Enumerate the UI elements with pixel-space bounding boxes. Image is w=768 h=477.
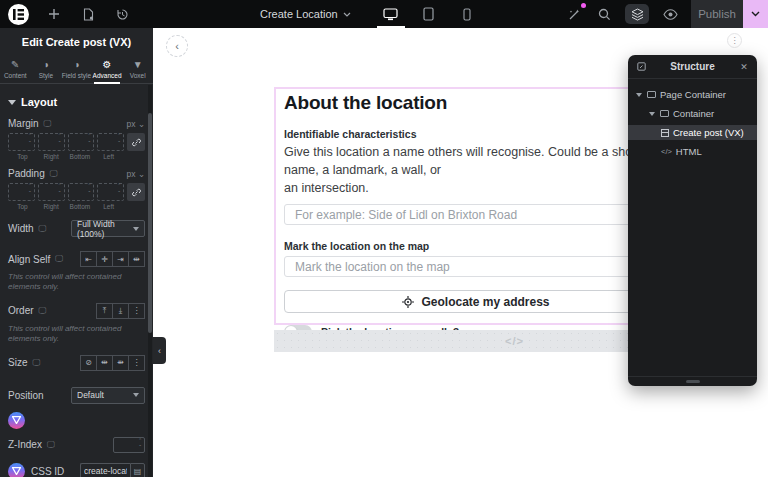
tab-style[interactable]: ◑ Style	[31, 54, 62, 83]
identifiable-characteristics-input[interactable]	[284, 204, 668, 225]
tree-item-create-post[interactable]: Create post (VX)	[628, 125, 757, 140]
contrast-icon: ◑	[43, 59, 49, 70]
z-index-input[interactable]	[113, 437, 145, 453]
preview-button[interactable]	[661, 5, 679, 23]
layout-section-header[interactable]: Layout	[0, 84, 153, 116]
tab-voxel[interactable]: ▼ Voxel	[122, 54, 153, 83]
margin-left-input[interactable]	[97, 133, 124, 151]
field1-label: Identifiable characteristics	[284, 128, 416, 140]
ai-wand-icon	[568, 8, 581, 21]
responsive-device-switcher	[379, 0, 479, 28]
size-custom-button[interactable]: ⋮	[128, 355, 145, 371]
geolocate-button[interactable]: Geolocate my address	[284, 290, 668, 313]
padding-left-input[interactable]	[97, 183, 124, 201]
chain-link-icon	[132, 138, 141, 147]
responsive-monitor-icon[interactable]: 🖵	[32, 358, 40, 368]
size-grow-button[interactable]: ⇹	[96, 355, 113, 371]
align-end-button[interactable]: ⇥	[112, 251, 129, 267]
add-new-icon[interactable]	[45, 5, 63, 23]
back-button[interactable]: ‹	[166, 35, 188, 57]
width-select[interactable]: Full Width (100%)	[71, 220, 145, 237]
margin-inputs	[0, 133, 153, 151]
page-settings-icon[interactable]	[79, 5, 97, 23]
crosshair-geolocate-icon	[402, 296, 414, 308]
voxel-badge-icon[interactable]	[8, 412, 25, 429]
caret-down-icon[interactable]	[635, 93, 643, 97]
align-center-button[interactable]: ✛	[96, 251, 113, 267]
size-shrink-button[interactable]: ⇻	[112, 355, 129, 371]
tree-item-page-container[interactable]: Page Container	[628, 87, 757, 102]
responsive-monitor-icon[interactable]: 🖵	[55, 254, 63, 264]
device-tablet-button[interactable]	[417, 0, 441, 28]
popout-icon[interactable]	[635, 62, 647, 71]
device-mobile-button[interactable]	[455, 0, 479, 28]
panel-collapse-handle[interactable]: ‹	[153, 337, 166, 364]
margin-bottom-input[interactable]	[68, 133, 95, 151]
panel-scrollbar[interactable]	[148, 85, 152, 477]
panel-tabs: ✎ Content ◑ Style ◑ Field style ⚙ Advanc…	[0, 54, 153, 84]
dynamic-tags-button[interactable]: ▤	[130, 463, 145, 477]
container-icon	[647, 91, 656, 98]
tree-item-label: Page Container	[660, 89, 726, 100]
tree-item-container[interactable]: Container	[628, 106, 757, 121]
chevron-down-icon	[133, 227, 139, 231]
canvas-more-handle[interactable]: ⋮	[727, 33, 742, 48]
responsive-monitor-icon[interactable]: 🖵	[50, 169, 58, 179]
margin-top-input[interactable]	[8, 133, 35, 151]
padding-unit-select[interactable]: px ⌄	[127, 169, 145, 179]
link-values-button[interactable]	[127, 183, 145, 201]
order-last-button[interactable]: ⤓	[112, 303, 129, 319]
responsive-monitor-icon[interactable]: 🖵	[39, 306, 47, 316]
responsive-monitor-icon[interactable]: 🖵	[47, 440, 55, 450]
caret-down-icon	[8, 100, 16, 105]
elementor-logo[interactable]	[8, 4, 29, 25]
size-label: Size 🖵	[8, 357, 40, 368]
tree-item-label: Container	[673, 108, 714, 119]
css-id-input[interactable]	[80, 463, 130, 477]
device-desktop-button[interactable]	[379, 0, 403, 28]
elementor-logo-glyph	[13, 9, 24, 20]
padding-inputs	[0, 183, 153, 201]
publish-options-button[interactable]	[743, 0, 768, 28]
size-none-button[interactable]: ⊘	[80, 355, 97, 371]
close-icon[interactable]: ✕	[738, 62, 750, 72]
padding-label: Padding 🖵	[8, 168, 57, 179]
eye-icon	[663, 9, 678, 20]
tab-advanced[interactable]: ⚙ Advanced	[92, 54, 123, 83]
padding-side-labels: TopRight BottomLeft	[0, 203, 153, 210]
css-id-label: CSS ID	[31, 466, 64, 477]
caret-down-icon[interactable]	[648, 112, 656, 116]
geolocate-label: Geolocate my address	[421, 295, 549, 309]
padding-top-input[interactable]	[8, 183, 35, 201]
resize-handle[interactable]	[686, 380, 700, 383]
structure-panel-toggle[interactable]	[625, 4, 649, 24]
tree-item-html[interactable]: </> HTML	[628, 144, 757, 159]
padding-right-input[interactable]	[38, 183, 65, 201]
margin-right-input[interactable]	[38, 133, 65, 151]
margin-unit-select[interactable]: px ⌄	[127, 119, 145, 129]
code-icon: </>	[505, 335, 524, 347]
document-title: Create Location	[260, 8, 338, 20]
map-location-input[interactable]	[284, 256, 668, 277]
responsive-monitor-icon[interactable]: 🖵	[44, 119, 52, 129]
finder-search-button[interactable]	[595, 5, 613, 23]
document-switcher[interactable]: Create Location	[260, 8, 351, 20]
responsive-monitor-icon[interactable]: 🖵	[39, 224, 47, 234]
widget-grid-icon	[661, 129, 669, 137]
z-index-label: Z-Index 🖵	[8, 439, 55, 450]
panel-scrollbar-thumb[interactable]	[148, 113, 152, 333]
voxel-badge-icon[interactable]	[8, 463, 25, 477]
order-custom-button[interactable]: ⋮	[128, 303, 145, 319]
order-first-button[interactable]: ⤒	[96, 303, 113, 319]
align-stretch-button[interactable]: ⇹	[128, 251, 145, 267]
history-icon[interactable]	[113, 5, 131, 23]
structure-title: Structure	[647, 61, 738, 72]
padding-bottom-input[interactable]	[68, 183, 95, 201]
ai-assistant-button[interactable]	[565, 5, 583, 23]
tab-content[interactable]: ✎ Content	[0, 54, 31, 83]
publish-button[interactable]: Publish	[691, 0, 743, 28]
tab-field-style[interactable]: ◑ Field style	[61, 54, 92, 83]
align-start-button[interactable]: ⇤	[80, 251, 97, 267]
position-select[interactable]: Default	[71, 387, 145, 404]
link-values-button[interactable]	[127, 133, 145, 151]
